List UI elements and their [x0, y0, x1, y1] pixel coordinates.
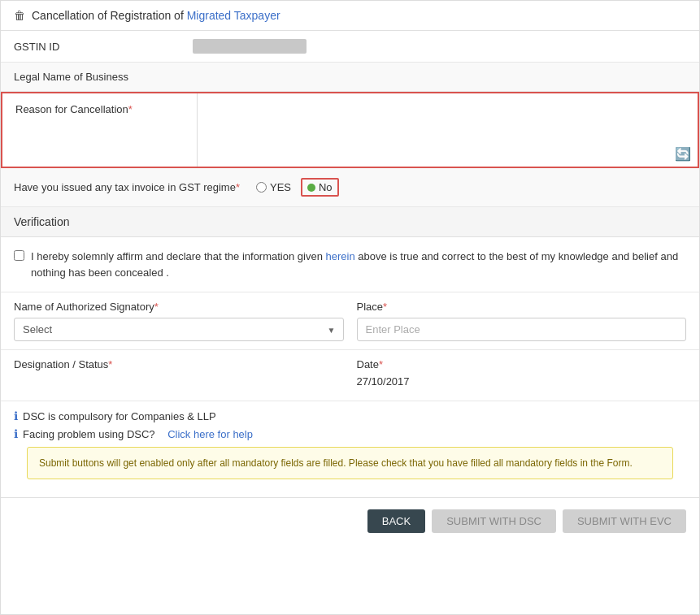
designation-col: Designation / Status* — [14, 358, 344, 375]
tax-invoice-no-label: No — [319, 181, 333, 193]
signatory-select-wrapper[interactable]: Select — [14, 318, 344, 341]
dsc-note-row: ℹ DSC is compulsory for Companies & LLP — [14, 409, 686, 422]
date-value: 27/10/2017 — [357, 375, 687, 388]
info-icon-1: ℹ — [14, 409, 18, 422]
signatory-select[interactable]: Select — [14, 318, 344, 341]
signatory-col: Name of Authorized Signatory* Select — [14, 301, 344, 341]
place-required-star: * — [383, 301, 387, 313]
signatory-place-row: Name of Authorized Signatory* Select Pla… — [1, 292, 699, 350]
info-section: ℹ DSC is compulsory for Companies & LLP … — [1, 401, 699, 497]
tax-invoice-row: Have you issued any tax invoice in GST r… — [1, 168, 699, 207]
reason-section: Reason for Cancellation* 🔄 — [1, 92, 699, 168]
submit-dsc-button[interactable]: SUBMIT WITH DSC — [432, 509, 556, 533]
designation-date-row: Designation / Status* Date* 27/10/2017 — [1, 350, 699, 401]
place-col: Place* — [357, 301, 687, 341]
page-header: 🗑 Cancellation of Registration of Migrat… — [1, 1, 699, 31]
verification-header: Verification — [1, 207, 699, 237]
form-footer: BACK SUBMIT WITH DSC SUBMIT WITH EVC — [1, 497, 699, 544]
tax-invoice-required-star: * — [236, 181, 240, 193]
tax-invoice-label: Have you issued any tax invoice in GST r… — [14, 181, 240, 193]
warning-box: Submit buttons will get enabled only aft… — [27, 447, 673, 479]
dsc-help-link[interactable]: Click here for help — [167, 428, 253, 440]
gstin-label: GSTIN ID — [14, 41, 193, 53]
info-icon-2: ℹ — [14, 427, 18, 440]
dsc-help-prefix: Facing problem using DSC? — [23, 428, 155, 440]
dsc-help-row[interactable]: ℹ Facing problem using DSC? Click here f… — [14, 427, 686, 440]
reason-required-star: * — [128, 103, 133, 115]
legal-name-row: Legal Name of Business — [1, 63, 699, 92]
reason-label-col: Reason for Cancellation* — [2, 93, 198, 167]
declaration-checkbox[interactable] — [14, 250, 24, 261]
date-required-star: * — [379, 358, 383, 370]
page-title: Cancellation of Registration of Migrated… — [32, 9, 280, 22]
place-label: Place* — [357, 301, 687, 313]
place-input[interactable] — [357, 318, 687, 341]
legal-name-label: Legal Name of Business — [14, 71, 193, 83]
tax-invoice-yes-label: YES — [270, 181, 291, 193]
reason-label: Reason for Cancellation — [15, 103, 128, 115]
signatory-required-star: * — [154, 301, 159, 313]
designation-label: Designation / Status* — [14, 358, 344, 370]
gstin-row: GSTIN ID — [1, 31, 699, 63]
signatory-label: Name of Authorized Signatory* — [14, 301, 344, 313]
date-col: Date* 27/10/2017 — [357, 358, 687, 388]
date-label: Date* — [357, 358, 687, 370]
declaration-text: I hereby solemnly affirm and declare tha… — [31, 249, 686, 280]
tax-invoice-yes-option[interactable]: YES — [256, 181, 291, 193]
refresh-icon[interactable]: 🔄 — [675, 146, 691, 162]
tax-invoice-yes-radio[interactable] — [256, 182, 267, 193]
declaration-row[interactable]: I hereby solemnly affirm and declare tha… — [14, 249, 686, 280]
submit-evc-button[interactable]: SUBMIT WITH EVC — [563, 509, 686, 533]
verification-body: I hereby solemnly affirm and declare tha… — [1, 237, 699, 292]
gstin-value — [193, 39, 686, 54]
tax-invoice-no-option[interactable]: No — [301, 178, 339, 197]
back-button[interactable]: BACK — [367, 509, 425, 533]
gstin-masked — [193, 39, 307, 54]
reason-textarea-col[interactable]: 🔄 — [198, 93, 698, 167]
dsc-note: DSC is compulsory for Companies & LLP — [23, 410, 216, 422]
form-icon: 🗑 — [14, 9, 25, 22]
tax-invoice-radio-group: YES No — [256, 178, 339, 197]
designation-required-star: * — [108, 358, 112, 370]
green-dot-icon — [307, 184, 315, 192]
reason-textarea[interactable] — [204, 100, 691, 157]
